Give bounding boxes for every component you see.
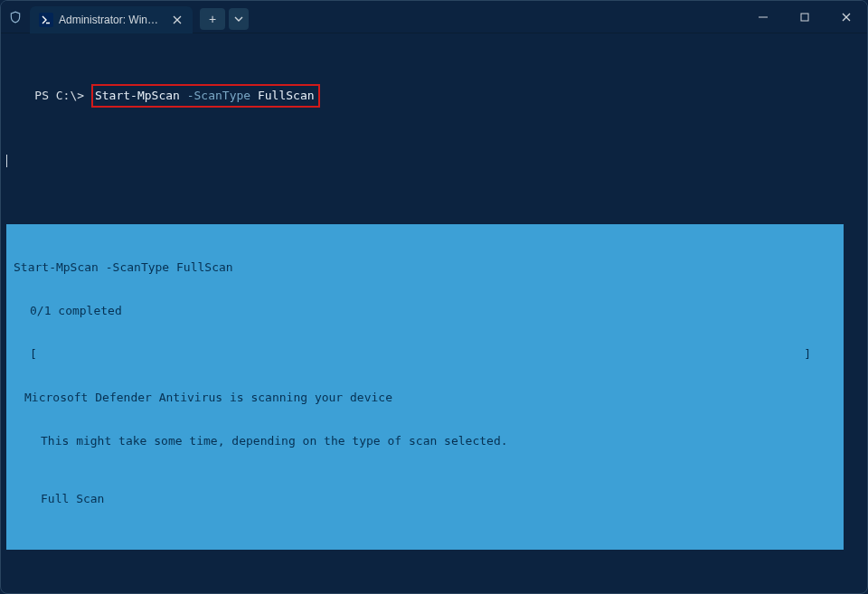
maximize-button[interactable] bbox=[784, 1, 826, 33]
terminal-output[interactable]: PS C:\> Start-MpScan -ScanType FullScan … bbox=[1, 33, 867, 567]
prompt-string: PS C:\> bbox=[34, 89, 91, 102]
powershell-icon bbox=[39, 13, 53, 27]
text-cursor bbox=[6, 155, 13, 167]
command-highlight: Start-MpScan -ScanType FullScan bbox=[91, 84, 320, 108]
progress-bar: [ ] bbox=[14, 347, 838, 362]
plus-icon: + bbox=[209, 12, 216, 26]
tab-close-button[interactable] bbox=[169, 12, 185, 28]
progress-bar-open-bracket: [ bbox=[30, 347, 37, 362]
new-tab-button[interactable]: + bbox=[200, 8, 225, 30]
command-line: PS C:\> Start-MpScan -ScanType FullScan bbox=[6, 66, 862, 126]
progress-count: 0/1 completed bbox=[14, 304, 838, 318]
chevron-down-icon bbox=[234, 14, 243, 24]
tab-powershell[interactable]: Administrator: Windows Powe bbox=[30, 6, 193, 33]
close-icon bbox=[842, 13, 851, 22]
shield-icon bbox=[8, 10, 23, 24]
progress-scan-type: Full Scan bbox=[14, 492, 838, 506]
progress-bar-fill bbox=[37, 347, 804, 362]
titlebar: Administrator: Windows Powe + bbox=[1, 1, 867, 33]
maximize-icon bbox=[800, 13, 809, 22]
tab-title: Administrator: Windows Powe bbox=[59, 14, 164, 26]
cmdlet-parameter: -ScanType bbox=[180, 89, 258, 102]
progress-status-2: This might take some time, depending on … bbox=[14, 434, 838, 448]
progress-status-1: Microsoft Defender Antivirus is scanning… bbox=[14, 391, 838, 405]
window-controls bbox=[742, 1, 867, 33]
tab-dropdown-button[interactable] bbox=[229, 8, 249, 30]
progress-bar-close-bracket: ] bbox=[804, 347, 838, 362]
minimize-button[interactable] bbox=[742, 1, 784, 33]
cmdlet-name: Start-MpScan bbox=[95, 89, 180, 102]
progress-title: Start-MpScan -ScanType FullScan bbox=[14, 260, 838, 275]
close-button[interactable] bbox=[826, 1, 867, 33]
minimize-icon bbox=[759, 13, 768, 22]
cmdlet-argument: FullScan bbox=[258, 89, 315, 102]
svg-rect-4 bbox=[801, 14, 808, 21]
progress-panel: Start-MpScan -ScanType FullScan 0/1 comp… bbox=[6, 224, 844, 550]
